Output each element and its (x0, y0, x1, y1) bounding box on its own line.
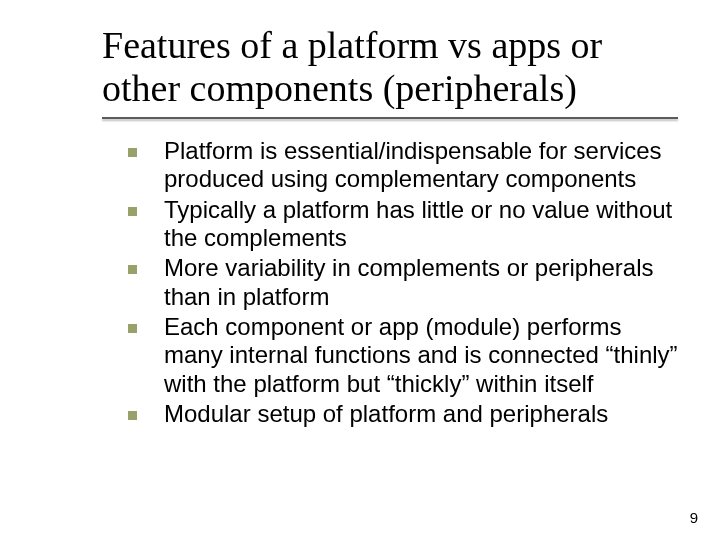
list-item: Each component or app (module) performs … (128, 313, 678, 398)
list-item: More variability in complements or perip… (128, 254, 678, 311)
slide: Features of a platform vs apps or other … (0, 0, 720, 540)
bullet-text: Platform is essential/indispensable for … (164, 137, 662, 192)
square-bullet-icon (128, 411, 137, 420)
square-bullet-icon (128, 324, 137, 333)
list-item: Platform is essential/indispensable for … (128, 137, 678, 194)
bullet-text: Modular setup of platform and peripheral… (164, 400, 608, 427)
bullet-text: More variability in complements or perip… (164, 254, 654, 309)
square-bullet-icon (128, 148, 137, 157)
bullet-text: Typically a platform has little or no va… (164, 196, 672, 251)
bullet-list: Platform is essential/indispensable for … (102, 137, 678, 428)
slide-title: Features of a platform vs apps or other … (102, 24, 678, 109)
square-bullet-icon (128, 265, 137, 274)
list-item: Typically a platform has little or no va… (128, 196, 678, 253)
page-number: 9 (690, 509, 698, 526)
bullet-text: Each component or app (module) performs … (164, 313, 678, 397)
title-underline (102, 117, 678, 119)
list-item: Modular setup of platform and peripheral… (128, 400, 678, 428)
square-bullet-icon (128, 207, 137, 216)
